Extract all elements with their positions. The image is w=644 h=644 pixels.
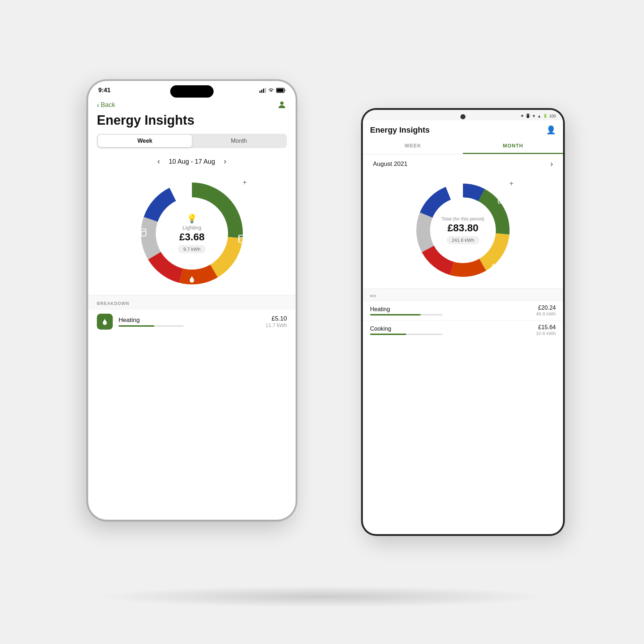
svg-rect-7: [498, 197, 503, 203]
battery-icon: 🔋: [543, 113, 548, 118]
android-breakdown-item-cooking: Cooking £15.64 10.6 kWh: [363, 320, 563, 340]
android-fridge-icon: [494, 193, 507, 206]
ios-breakdown-section: BREAKDOWN Heating £5.10 11.7 kWh: [88, 295, 296, 334]
android-tab-week[interactable]: WEEK: [363, 138, 463, 154]
android-status-icons: ★ 📳 ▼ ▲ 🔋 100: [520, 113, 556, 118]
wifi-icon: [268, 88, 274, 93]
ios-nav-bar: ‹ Back: [88, 97, 296, 111]
ios-date-navigator: ‹ 10 Aug - 17 Aug ›: [88, 154, 296, 172]
ios-phone: 9:41: [87, 80, 297, 521]
android-item-heating-left: Heating: [370, 306, 536, 315]
ios-tab-week[interactable]: Week: [98, 135, 192, 147]
android-breakdown: wn Heating £20.24 46.8 kWh Cooking: [363, 288, 563, 340]
scene: ★ 📳 ▼ ▲ 🔋 100 Energy Insights 👤 WEEK MON…: [69, 51, 575, 593]
android-date-nav: August 2021 ›: [363, 154, 563, 172]
android-plus-icon[interactable]: +: [509, 180, 514, 188]
android-tab-month[interactable]: MONTH: [463, 138, 563, 154]
android-donut-kwh: 241.6 kWh: [447, 236, 479, 244]
android-cooking-cost: £15.64: [536, 324, 556, 331]
ios-donut-chart: 💡 Lighting £3.68 9.7 kWh +: [134, 176, 250, 291]
android-heating-cost: £20.24: [536, 305, 556, 311]
ios-fridge-seg-icon: [237, 235, 245, 245]
dynamic-island: [170, 85, 214, 98]
ios-donut-amount: £3.68: [179, 231, 205, 243]
signal-bars-icon: [259, 88, 266, 93]
ios-heating-kwh: 11.7 kWh: [266, 322, 287, 328]
ios-plus-icon[interactable]: +: [242, 179, 247, 187]
ios-tab-month[interactable]: Month: [192, 135, 286, 147]
svg-rect-11: [259, 91, 261, 93]
vibrate-icon: 📳: [525, 113, 531, 118]
ios-breakdown-heating: Heating £5.10 11.7 kWh: [88, 309, 296, 334]
back-label: Back: [101, 101, 115, 109]
profile-icon[interactable]: [277, 100, 287, 110]
android-date-label: August 2021: [373, 160, 407, 168]
ios-donut-label: Lighting: [183, 224, 202, 231]
battery-icon: [276, 88, 285, 93]
ios-meter-icon: [138, 228, 147, 239]
android-phone: ★ 📳 ▼ ▲ 🔋 100 Energy Insights 👤 WEEK MON…: [362, 109, 564, 535]
ios-heating-bar: [119, 325, 184, 327]
android-profile-icon[interactable]: 👤: [546, 125, 556, 135]
android-heating-name: Heating: [370, 306, 536, 313]
ios-tab-group: Week Month: [97, 134, 287, 148]
svg-rect-16: [277, 89, 284, 92]
android-heating-values: £20.24 46.8 kWh: [536, 305, 556, 317]
ios-heating-name: Heating: [119, 317, 266, 324]
ios-donut-center: 💡 Lighting £3.68 9.7 kWh: [178, 214, 206, 253]
signal-icon: ▲: [537, 114, 541, 118]
ios-prev-arrow[interactable]: ‹: [158, 157, 160, 166]
svg-rect-12: [261, 90, 262, 93]
bluetooth-icon: ★: [520, 113, 524, 118]
android-camera: [460, 114, 465, 119]
ios-page-title: Energy Insights: [88, 111, 296, 134]
android-donut-amount: £83.80: [447, 222, 478, 234]
ios-time: 9:41: [98, 87, 111, 94]
android-next-arrow[interactable]: ›: [550, 159, 553, 169]
battery-level: 100: [549, 114, 556, 118]
ios-donut-icon: 💡: [186, 214, 197, 224]
ios-heating-icon-box: [97, 314, 113, 330]
android-cooking-kwh: 10.6 kWh: [536, 331, 556, 336]
android-item-cooking-left: Cooking: [370, 326, 536, 335]
android-breakdown-item-heating: Heating £20.24 46.8 kWh: [363, 301, 563, 320]
ios-flame-seg-icon: [188, 275, 196, 285]
ios-next-arrow[interactable]: ›: [224, 157, 226, 166]
svg-rect-25: [139, 229, 146, 236]
android-heating-bar-fill: [370, 314, 421, 315]
svg-rect-13: [263, 89, 264, 93]
back-button[interactable]: ‹ Back: [97, 101, 115, 109]
ios-breakdown-title: BREAKDOWN: [88, 295, 296, 309]
back-chevron-icon: ‹: [97, 101, 99, 109]
ios-light-seg-icon: [143, 267, 152, 278]
ios-heating-bar-fill: [119, 325, 154, 327]
ios-donut-kwh: 9.7 kWh: [178, 245, 206, 253]
ios-heating-values: £5.10 11.7 kWh: [266, 315, 287, 328]
android-donut-chart: Total (for this period) £83.80 241.6 kWh…: [409, 176, 517, 284]
ios-date-label: 10 Aug - 17 Aug: [169, 158, 215, 166]
android-status-bar: ★ 📳 ▼ ▲ 🔋 100: [363, 110, 563, 120]
android-page-title: Energy Insights: [370, 125, 430, 135]
android-light-icon: [413, 254, 426, 267]
ios-hotwater-icon: [172, 184, 181, 194]
android-cooking-name: Cooking: [370, 326, 536, 332]
android-flame-icon: [487, 261, 500, 274]
android-heating-kwh: 46.8 kWh: [536, 311, 556, 317]
android-nav-bar: Energy Insights 👤: [363, 120, 563, 138]
android-cooking-values: £15.64 10.6 kWh: [536, 324, 556, 336]
android-donut-center: Total (for this period) £83.80 241.6 kWh: [442, 216, 485, 244]
svg-point-17: [280, 102, 283, 105]
android-cooking-bar-track: [370, 334, 442, 335]
android-tabs: WEEK MONTH: [363, 138, 563, 154]
android-heating-bar-track: [370, 314, 442, 315]
svg-rect-14: [265, 88, 266, 93]
android-donut-label: Total (for this period): [442, 216, 485, 222]
android-breakdown-title: wn: [363, 288, 563, 301]
ios-heating-icon: [101, 318, 109, 326]
ios-status-icons: [259, 88, 285, 93]
android-cooking-bar-fill: [370, 334, 406, 335]
ios-heating-cost: £5.10: [266, 315, 287, 322]
wifi-icon: ▼: [532, 114, 536, 118]
ios-heating-info: Heating: [119, 317, 266, 327]
